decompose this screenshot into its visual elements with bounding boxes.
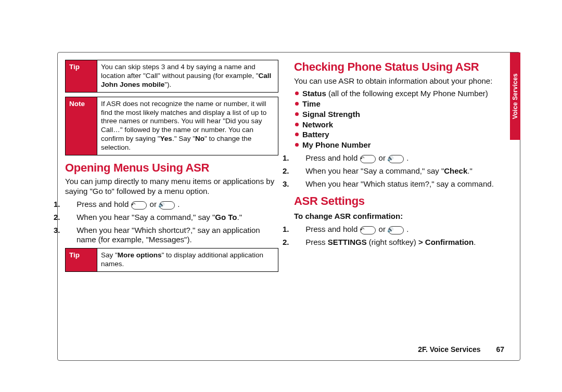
speaker-key-icon: 🔊: [159, 201, 175, 210]
note-text: If ASR does not recognize the name or nu…: [97, 97, 278, 155]
tip-text-2: Say "More options" to display additional…: [97, 249, 278, 272]
step-1: 1. Press and hold ↶ or 🔊 .: [65, 200, 278, 210]
tip-label-2: Tip: [66, 249, 97, 272]
bullet-status: Status (all of the following except My P…: [294, 89, 507, 99]
bullet-time: Time: [294, 99, 507, 109]
heading-checking-status: Checking Phone Status Using ASR: [294, 60, 507, 74]
heading-asr-settings: ASR Settings: [294, 194, 507, 208]
footer-page-number: 67: [496, 345, 504, 354]
footer-section: 2F. Voice Services: [418, 345, 480, 354]
bullet-signal: Signal Strength: [294, 110, 507, 120]
opening-intro: You can jump directly to many menu items…: [65, 177, 278, 197]
speaker-key-icon: 🔊: [388, 226, 404, 234]
tip-label: Tip: [66, 60, 97, 93]
status-step-1: 1. Press and hold ↶ or 🔊 .: [294, 153, 507, 163]
heading-opening-menus: Opening Menus Using ASR: [65, 161, 278, 175]
right-column: Checking Phone Status Using ASR You can …: [294, 60, 507, 353]
bullet-battery: Battery: [294, 130, 507, 140]
side-tab-voice-services: Voice Services: [510, 53, 520, 140]
call-key-icon: ↶: [131, 201, 147, 210]
settings-step-2: 2. Press SETTINGS (right softkey) > Conf…: [294, 238, 507, 247]
speaker-key-icon: 🔊: [388, 155, 404, 163]
page-footer: 2F. Voice Services 67: [418, 345, 504, 355]
settings-step-1: 1. Press and hold ↶ or 🔊 .: [294, 225, 507, 234]
call-key-icon: ↶: [360, 226, 376, 234]
settings-steps: 1. Press and hold ↶ or 🔊 . 2. Press SETT…: [294, 225, 507, 247]
tip-callout-1: Tip You can skip steps 3 and 4 by saying…: [65, 60, 278, 93]
status-step-3: 3. When you hear "Which status item?," s…: [294, 179, 507, 189]
manual-page-frame: Voice Services Tip You can skip steps 3 …: [57, 52, 520, 361]
note-label: Note: [66, 97, 97, 155]
tip-callout-2: Tip Say "More options" to display additi…: [65, 248, 278, 272]
note-callout: Note If ASR does not recognize the name …: [65, 97, 278, 155]
left-column: Tip You can skip steps 3 and 4 by saying…: [65, 60, 278, 353]
bullet-phone-number: My Phone Number: [294, 140, 507, 150]
bullet-network: Network: [294, 120, 507, 130]
step-3: 3. When you hear "Which shortcut?," say …: [65, 226, 278, 245]
status-intro: You can use ASR to obtain information ab…: [294, 76, 507, 86]
step-2: 2. When you hear "Say a command," say "G…: [65, 213, 278, 223]
status-step-2: 2. When you hear "Say a command," say "C…: [294, 166, 507, 176]
status-bullets: Status (all of the following except My P…: [294, 89, 507, 150]
opening-steps: 1. Press and hold ↶ or 🔊 . 2. When you h…: [65, 200, 278, 245]
tip-text: You can skip steps 3 and 4 by saying a n…: [97, 60, 278, 93]
call-key-icon: ↶: [360, 155, 376, 163]
status-steps: 1. Press and hold ↶ or 🔊 . 2. When you h…: [294, 153, 507, 189]
settings-subheading: To change ASR confirmation:: [294, 212, 507, 221]
